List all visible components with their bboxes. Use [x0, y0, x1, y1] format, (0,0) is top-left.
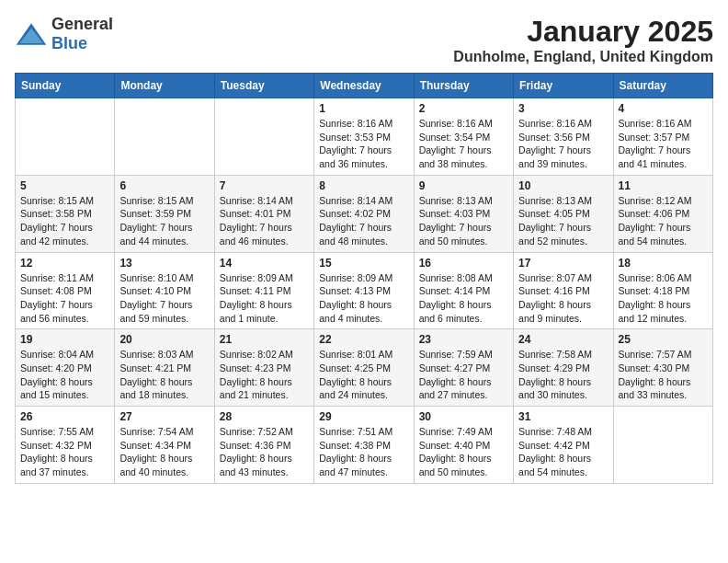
day-number: 3	[518, 102, 608, 115]
calendar-cell: 3Sunrise: 8:16 AMSunset: 3:56 PMDaylight…	[514, 98, 613, 176]
day-number: 11	[619, 179, 708, 192]
day-number: 12	[20, 257, 109, 270]
day-info: Sunrise: 7:59 AMSunset: 4:27 PMDaylight:…	[419, 348, 508, 402]
calendar-cell: 15Sunrise: 8:09 AMSunset: 4:13 PMDayligh…	[314, 252, 414, 329]
day-info: Sunrise: 7:55 AMSunset: 4:32 PMDaylight:…	[20, 425, 109, 479]
calendar-cell: 2Sunrise: 8:16 AMSunset: 3:54 PMDaylight…	[414, 98, 513, 176]
calendar-cell: 22Sunrise: 8:01 AMSunset: 4:25 PMDayligh…	[314, 329, 414, 407]
calendar-week-row: 19Sunrise: 8:04 AMSunset: 4:20 PMDayligh…	[16, 329, 713, 407]
day-info: Sunrise: 8:15 AMSunset: 3:58 PMDaylight:…	[20, 194, 109, 248]
day-info: Sunrise: 8:16 AMSunset: 3:53 PMDaylight:…	[319, 117, 408, 171]
day-info: Sunrise: 8:16 AMSunset: 3:54 PMDaylight:…	[419, 117, 508, 171]
day-info: Sunrise: 7:54 AMSunset: 4:34 PMDaylight:…	[119, 425, 209, 479]
day-number: 14	[220, 257, 309, 270]
header: General Blue January 2025 Dunholme, Engl…	[15, 15, 713, 65]
day-number: 28	[220, 410, 309, 423]
day-number: 9	[419, 179, 508, 192]
calendar-cell: 14Sunrise: 8:09 AMSunset: 4:11 PMDayligh…	[214, 252, 313, 329]
day-number: 6	[119, 179, 209, 192]
calendar-cell: 10Sunrise: 8:13 AMSunset: 4:05 PMDayligh…	[514, 175, 613, 252]
calendar-week-row: 1Sunrise: 8:16 AMSunset: 3:53 PMDaylight…	[16, 98, 713, 176]
day-info: Sunrise: 8:07 AMSunset: 4:16 PMDaylight:…	[518, 271, 608, 326]
calendar-cell: 4Sunrise: 8:16 AMSunset: 3:57 PMDaylight…	[613, 98, 712, 176]
day-info: Sunrise: 8:12 AMSunset: 4:06 PMDaylight:…	[619, 194, 708, 248]
day-number: 7	[220, 179, 309, 192]
day-info: Sunrise: 8:13 AMSunset: 4:03 PMDaylight:…	[419, 194, 508, 248]
logo-blue: Blue	[51, 34, 87, 52]
day-info: Sunrise: 7:58 AMSunset: 4:29 PMDaylight:…	[518, 348, 608, 402]
day-number: 20	[119, 333, 209, 346]
day-info: Sunrise: 8:10 AMSunset: 4:10 PMDaylight:…	[119, 271, 209, 326]
calendar-cell: 24Sunrise: 7:58 AMSunset: 4:29 PMDayligh…	[514, 329, 613, 407]
calendar-cell: 16Sunrise: 8:08 AMSunset: 4:14 PMDayligh…	[414, 252, 513, 329]
month-title: January 2025	[453, 15, 713, 49]
day-number: 15	[319, 257, 408, 270]
day-number: 24	[518, 333, 608, 346]
day-number: 10	[518, 179, 608, 192]
day-info: Sunrise: 8:14 AMSunset: 4:02 PMDaylight:…	[319, 194, 408, 248]
calendar-cell: 31Sunrise: 7:48 AMSunset: 4:42 PMDayligh…	[514, 407, 613, 484]
logo-icon	[15, 21, 48, 47]
calendar-cell: 17Sunrise: 8:07 AMSunset: 4:16 PMDayligh…	[514, 252, 613, 329]
logo: General Blue	[15, 15, 113, 53]
day-info: Sunrise: 7:49 AMSunset: 4:40 PMDaylight:…	[419, 425, 508, 479]
day-info: Sunrise: 8:04 AMSunset: 4:20 PMDaylight:…	[20, 348, 109, 402]
day-info: Sunrise: 8:16 AMSunset: 3:57 PMDaylight:…	[619, 117, 708, 171]
day-info: Sunrise: 7:48 AMSunset: 4:42 PMDaylight:…	[518, 425, 608, 479]
day-info: Sunrise: 8:09 AMSunset: 4:13 PMDaylight:…	[319, 271, 408, 326]
calendar-cell: 6Sunrise: 8:15 AMSunset: 3:59 PMDaylight…	[115, 175, 214, 252]
location-title: Dunholme, England, United Kingdom	[453, 49, 713, 65]
day-info: Sunrise: 8:13 AMSunset: 4:05 PMDaylight:…	[518, 194, 608, 248]
calendar-cell: 23Sunrise: 7:59 AMSunset: 4:27 PMDayligh…	[414, 329, 513, 407]
day-number: 4	[619, 102, 708, 115]
day-info: Sunrise: 8:06 AMSunset: 4:18 PMDaylight:…	[619, 271, 708, 326]
calendar: SundayMondayTuesdayWednesdayThursdayFrid…	[15, 73, 713, 484]
calendar-week-row: 12Sunrise: 8:11 AMSunset: 4:08 PMDayligh…	[16, 252, 713, 329]
calendar-cell: 8Sunrise: 8:14 AMSunset: 4:02 PMDaylight…	[314, 175, 414, 252]
day-of-week-header: Friday	[514, 74, 613, 98]
calendar-cell	[16, 98, 115, 176]
day-number: 19	[20, 333, 109, 346]
day-number: 30	[419, 410, 508, 423]
calendar-week-row: 5Sunrise: 8:15 AMSunset: 3:58 PMDaylight…	[16, 175, 713, 252]
calendar-cell: 21Sunrise: 8:02 AMSunset: 4:23 PMDayligh…	[214, 329, 313, 407]
day-number: 29	[319, 410, 408, 423]
day-number: 2	[419, 102, 508, 115]
calendar-cell: 11Sunrise: 8:12 AMSunset: 4:06 PMDayligh…	[613, 175, 712, 252]
day-of-week-header: Tuesday	[214, 74, 313, 98]
day-number: 18	[619, 257, 708, 270]
calendar-cell: 1Sunrise: 8:16 AMSunset: 3:53 PMDaylight…	[314, 98, 414, 176]
day-number: 21	[220, 333, 309, 346]
day-number: 25	[619, 333, 708, 346]
calendar-cell: 7Sunrise: 8:14 AMSunset: 4:01 PMDaylight…	[214, 175, 313, 252]
calendar-cell: 25Sunrise: 7:57 AMSunset: 4:30 PMDayligh…	[613, 329, 712, 407]
day-info: Sunrise: 8:03 AMSunset: 4:21 PMDaylight:…	[119, 348, 209, 402]
day-of-week-header: Sunday	[16, 74, 115, 98]
day-of-week-header: Saturday	[613, 74, 712, 98]
day-of-week-header: Monday	[115, 74, 214, 98]
day-info: Sunrise: 7:52 AMSunset: 4:36 PMDaylight:…	[220, 425, 309, 479]
day-of-week-header: Thursday	[414, 74, 513, 98]
day-info: Sunrise: 8:11 AMSunset: 4:08 PMDaylight:…	[20, 271, 109, 326]
calendar-cell: 27Sunrise: 7:54 AMSunset: 4:34 PMDayligh…	[115, 407, 214, 484]
calendar-cell	[115, 98, 214, 176]
day-info: Sunrise: 7:51 AMSunset: 4:38 PMDaylight:…	[319, 425, 408, 479]
calendar-cell: 26Sunrise: 7:55 AMSunset: 4:32 PMDayligh…	[16, 407, 115, 484]
day-number: 13	[119, 257, 209, 270]
calendar-cell: 19Sunrise: 8:04 AMSunset: 4:20 PMDayligh…	[16, 329, 115, 407]
calendar-cell: 29Sunrise: 7:51 AMSunset: 4:38 PMDayligh…	[314, 407, 414, 484]
calendar-cell	[613, 407, 712, 484]
calendar-cell: 28Sunrise: 7:52 AMSunset: 4:36 PMDayligh…	[214, 407, 313, 484]
day-number: 1	[319, 102, 408, 115]
day-info: Sunrise: 7:57 AMSunset: 4:30 PMDaylight:…	[619, 348, 708, 402]
calendar-header-row: SundayMondayTuesdayWednesdayThursdayFrid…	[16, 74, 713, 98]
day-number: 8	[319, 179, 408, 192]
day-number: 31	[518, 410, 608, 423]
calendar-cell: 12Sunrise: 8:11 AMSunset: 4:08 PMDayligh…	[16, 252, 115, 329]
day-number: 22	[319, 333, 408, 346]
day-number: 5	[20, 179, 109, 192]
calendar-week-row: 26Sunrise: 7:55 AMSunset: 4:32 PMDayligh…	[16, 407, 713, 484]
title-area: January 2025 Dunholme, England, United K…	[453, 15, 713, 65]
day-info: Sunrise: 8:14 AMSunset: 4:01 PMDaylight:…	[220, 194, 309, 248]
day-number: 27	[119, 410, 209, 423]
